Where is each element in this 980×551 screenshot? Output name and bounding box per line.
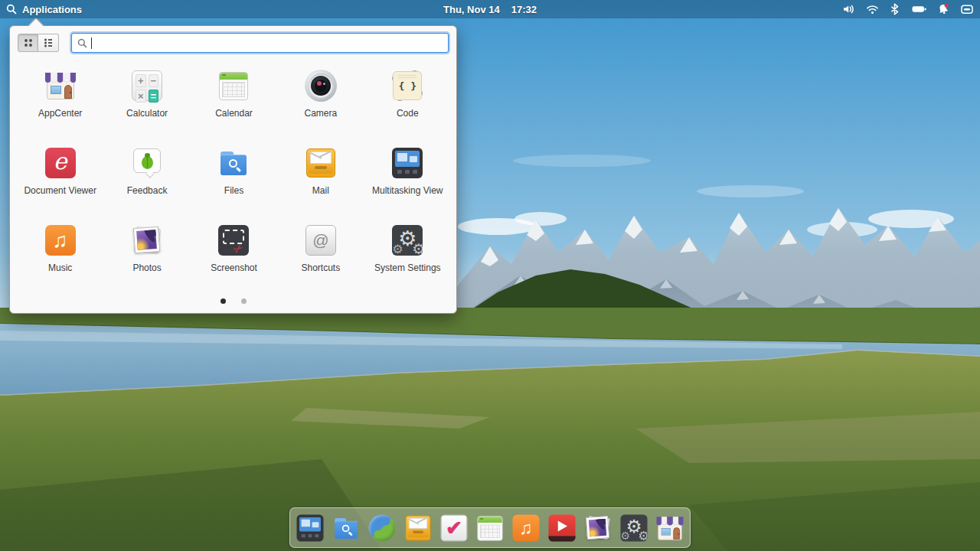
app-grid: AppCenter +−×= Calculator Calendar — [17, 64, 451, 296]
app-appcenter[interactable]: AppCenter — [17, 64, 103, 142]
music-icon: ♫ — [42, 222, 79, 259]
dock-multitasking-view[interactable] — [294, 512, 326, 544]
app-mail[interactable]: Mail — [277, 142, 364, 219]
wifi-indicator[interactable] — [866, 4, 879, 15]
app-label: Shortcuts — [302, 263, 341, 273]
app-music[interactable]: ♫ Music — [17, 219, 103, 296]
tasks-icon: ✔ — [438, 512, 470, 544]
grid-view-icon — [22, 37, 34, 49]
dock-files[interactable] — [330, 512, 362, 544]
feedback-icon — [129, 145, 165, 181]
notifications-indicator[interactable] — [937, 3, 950, 15]
dock-music[interactable]: ♫ — [510, 512, 542, 544]
app-document-viewer[interactable]: e Document Viewer — [17, 142, 103, 219]
app-label: AppCenter — [38, 109, 82, 119]
music-icon: ♫ — [510, 512, 542, 544]
bluetooth-indicator[interactable] — [889, 3, 901, 15]
app-shortcuts[interactable]: @ Shortcuts — [277, 219, 364, 296]
calendar-icon — [474, 512, 506, 544]
search-entry-icon — [77, 37, 88, 49]
datetime-indicator[interactable]: Thu, Nov 14 17:32 — [0, 0, 980, 18]
calendar-icon — [215, 67, 252, 104]
desktop: Applications Thu, Nov 14 17:32 — [0, 0, 980, 551]
clock-date: Thu, Nov 14 — [443, 4, 500, 15]
app-system-settings[interactable]: ⚙ ⚙ ⚙ System Settings — [364, 219, 451, 296]
app-code[interactable]: { } Code — [364, 64, 451, 142]
battery-indicator[interactable] — [911, 3, 927, 15]
app-label: Screenshot — [211, 263, 257, 273]
list-view-icon — [42, 37, 54, 49]
app-multitasking-view[interactable]: Multitasking View — [364, 142, 451, 219]
dock-system-settings[interactable]: ⚙ ⚙ ⚙ — [618, 512, 650, 544]
page-dot-1[interactable] — [220, 298, 226, 304]
notification-bell-icon — [937, 3, 950, 15]
web-browser-icon — [366, 512, 398, 544]
photos-icon — [129, 222, 165, 259]
dock-web-browser[interactable] — [366, 512, 398, 544]
session-icon — [960, 3, 974, 15]
dock-mail[interactable] — [402, 512, 434, 544]
battery-icon — [911, 3, 927, 15]
files-icon — [330, 512, 362, 544]
multitasking-view-icon — [389, 145, 426, 181]
system-settings-icon: ⚙ ⚙ ⚙ — [389, 222, 426, 259]
mail-icon — [402, 512, 434, 544]
app-label: Calculator — [126, 109, 168, 119]
appcenter-icon — [42, 67, 79, 104]
view-toggle — [18, 34, 59, 52]
app-label: System Settings — [374, 263, 441, 273]
wifi-icon — [866, 4, 879, 15]
app-calculator[interactable]: +−×= Calculator — [103, 64, 190, 142]
system-settings-icon: ⚙ ⚙ ⚙ — [618, 512, 650, 544]
app-label: Mail — [312, 186, 329, 196]
volume-indicator[interactable] — [842, 3, 856, 15]
list-view-button[interactable] — [38, 34, 59, 52]
app-label: Calendar — [215, 109, 253, 119]
app-label: Code — [397, 109, 419, 119]
appcenter-icon — [654, 512, 686, 544]
clock-time: 17:32 — [511, 4, 537, 15]
page-dot-2[interactable] — [241, 298, 247, 304]
bluetooth-icon — [889, 3, 901, 15]
dock-videos[interactable] — [546, 512, 578, 544]
app-label: Music — [48, 263, 72, 273]
page-dots — [10, 298, 456, 304]
volume-icon — [842, 3, 856, 15]
launcher-toolbar — [18, 33, 449, 53]
app-feedback[interactable]: Feedback — [103, 142, 190, 219]
app-label: Files — [224, 186, 243, 196]
files-icon — [215, 145, 252, 181]
multitasking-view-icon — [294, 512, 326, 544]
top-panel: Applications Thu, Nov 14 17:32 — [0, 0, 980, 18]
search-entry[interactable] — [71, 33, 449, 53]
code-icon: { } — [389, 67, 426, 104]
grid-view-button[interactable] — [18, 34, 38, 52]
app-label: Document Viewer — [24, 186, 96, 196]
app-label: Multitasking View — [372, 186, 443, 196]
dock-appcenter[interactable] — [654, 512, 686, 544]
applications-launcher: AppCenter +−×= Calculator Calendar — [9, 25, 457, 314]
app-camera[interactable]: Camera — [277, 64, 364, 142]
document-viewer-icon: e — [42, 145, 79, 181]
app-calendar[interactable]: Calendar — [191, 64, 277, 142]
calculator-icon: +−×= — [129, 67, 165, 104]
videos-icon — [546, 512, 578, 544]
app-label: Photos — [132, 263, 161, 273]
camera-icon — [302, 67, 339, 104]
mail-icon — [302, 145, 339, 181]
app-photos[interactable]: Photos — [103, 219, 190, 296]
app-label: Feedback — [127, 186, 168, 196]
search-input[interactable] — [92, 35, 448, 51]
app-files[interactable]: Files — [191, 142, 277, 219]
session-indicator[interactable] — [960, 3, 974, 15]
notification-badge — [945, 4, 949, 8]
dock-photos[interactable] — [582, 512, 614, 544]
dock: ✔ ♫ — [289, 507, 691, 548]
screenshot-icon: ✂ — [215, 222, 252, 259]
dock-tasks[interactable]: ✔ — [438, 512, 470, 544]
dock-calendar[interactable] — [474, 512, 506, 544]
app-label: Camera — [305, 109, 338, 119]
indicator-area — [842, 0, 974, 18]
app-screenshot[interactable]: ✂ Screenshot — [191, 219, 277, 296]
photos-icon — [582, 512, 614, 544]
